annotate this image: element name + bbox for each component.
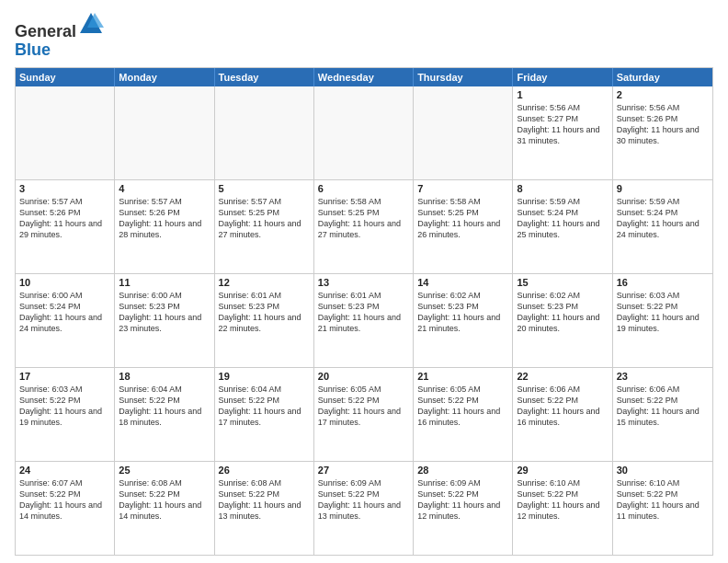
calendar-cell <box>16 86 115 179</box>
cell-info: Sunrise: 5:56 AM Sunset: 5:27 PM Dayligh… <box>517 102 608 147</box>
calendar-cell: 13Sunrise: 6:01 AM Sunset: 5:23 PM Dayli… <box>314 274 414 367</box>
calendar-cell: 8Sunrise: 5:59 AM Sunset: 5:24 PM Daylig… <box>513 180 612 273</box>
logo-icon <box>78 11 104 37</box>
day-number: 3 <box>19 183 110 194</box>
calendar-cell: 27Sunrise: 6:09 AM Sunset: 5:22 PM Dayli… <box>314 462 414 555</box>
cell-info: Sunrise: 6:10 AM Sunset: 5:22 PM Dayligh… <box>517 477 608 523</box>
day-number: 6 <box>318 183 409 194</box>
day-number: 20 <box>318 371 409 382</box>
calendar-cell: 12Sunrise: 6:01 AM Sunset: 5:23 PM Dayli… <box>215 274 314 367</box>
calendar-cell: 25Sunrise: 6:08 AM Sunset: 5:22 PM Dayli… <box>115 462 214 555</box>
calendar-cell: 2Sunrise: 5:56 AM Sunset: 5:26 PM Daylig… <box>613 86 712 179</box>
day-number: 5 <box>219 183 310 194</box>
weekday-header: Tuesday <box>215 68 314 86</box>
cell-info: Sunrise: 6:07 AM Sunset: 5:22 PM Dayligh… <box>19 477 110 523</box>
calendar-cell <box>414 86 513 179</box>
calendar-cell <box>115 86 214 179</box>
calendar-row: 17Sunrise: 6:03 AM Sunset: 5:22 PM Dayli… <box>16 367 712 461</box>
calendar-cell: 22Sunrise: 6:06 AM Sunset: 5:22 PM Dayli… <box>513 368 612 461</box>
calendar-cell: 20Sunrise: 6:05 AM Sunset: 5:22 PM Dayli… <box>314 368 414 461</box>
cell-info: Sunrise: 5:58 AM Sunset: 5:25 PM Dayligh… <box>318 196 409 241</box>
calendar-cell: 11Sunrise: 6:00 AM Sunset: 5:23 PM Dayli… <box>115 274 214 367</box>
logo-blue: Blue <box>15 40 51 59</box>
calendar-cell: 6Sunrise: 5:58 AM Sunset: 5:25 PM Daylig… <box>314 180 414 273</box>
logo-text: General Blue <box>15 11 104 60</box>
cell-info: Sunrise: 6:04 AM Sunset: 5:22 PM Dayligh… <box>119 384 210 429</box>
day-number: 16 <box>617 277 709 288</box>
day-number: 1 <box>517 89 608 100</box>
calendar-cell: 7Sunrise: 5:58 AM Sunset: 5:25 PM Daylig… <box>414 180 513 273</box>
logo: General Blue <box>15 11 104 60</box>
weekday-header: Monday <box>115 68 214 86</box>
day-number: 25 <box>119 465 210 476</box>
weekday-header: Wednesday <box>314 68 414 86</box>
day-number: 2 <box>617 89 709 100</box>
day-number: 9 <box>617 183 709 194</box>
cell-info: Sunrise: 5:59 AM Sunset: 5:24 PM Dayligh… <box>517 196 608 241</box>
calendar: SundayMondayTuesdayWednesdayThursdayFrid… <box>15 67 713 556</box>
calendar-cell: 3Sunrise: 5:57 AM Sunset: 5:26 PM Daylig… <box>16 180 115 273</box>
cell-info: Sunrise: 5:57 AM Sunset: 5:26 PM Dayligh… <box>119 196 210 241</box>
page: General Blue SundayMondayTuesdayWednesda… <box>0 0 728 563</box>
calendar-cell: 9Sunrise: 5:59 AM Sunset: 5:24 PM Daylig… <box>613 180 712 273</box>
cell-info: Sunrise: 5:56 AM Sunset: 5:26 PM Dayligh… <box>617 102 709 147</box>
cell-info: Sunrise: 6:10 AM Sunset: 5:22 PM Dayligh… <box>617 477 709 523</box>
cell-info: Sunrise: 6:03 AM Sunset: 5:22 PM Dayligh… <box>617 290 709 335</box>
day-number: 8 <box>517 183 608 194</box>
calendar-cell: 24Sunrise: 6:07 AM Sunset: 5:22 PM Dayli… <box>16 462 115 555</box>
calendar-row: 10Sunrise: 6:00 AM Sunset: 5:24 PM Dayli… <box>16 273 712 367</box>
calendar-cell: 5Sunrise: 5:57 AM Sunset: 5:25 PM Daylig… <box>215 180 314 273</box>
calendar-row: 3Sunrise: 5:57 AM Sunset: 5:26 PM Daylig… <box>16 179 712 273</box>
calendar-cell: 28Sunrise: 6:09 AM Sunset: 5:22 PM Dayli… <box>414 462 513 555</box>
day-number: 26 <box>219 465 310 476</box>
day-number: 29 <box>517 465 608 476</box>
calendar-cell: 4Sunrise: 5:57 AM Sunset: 5:26 PM Daylig… <box>115 180 214 273</box>
weekday-header: Sunday <box>16 68 115 86</box>
calendar-cell: 10Sunrise: 6:00 AM Sunset: 5:24 PM Dayli… <box>16 274 115 367</box>
calendar-header: SundayMondayTuesdayWednesdayThursdayFrid… <box>16 68 712 86</box>
weekday-header: Friday <box>513 68 612 86</box>
cell-info: Sunrise: 6:08 AM Sunset: 5:22 PM Dayligh… <box>119 477 210 523</box>
cell-info: Sunrise: 5:58 AM Sunset: 5:25 PM Dayligh… <box>417 196 508 241</box>
day-number: 7 <box>417 183 508 194</box>
cell-info: Sunrise: 5:57 AM Sunset: 5:26 PM Dayligh… <box>19 196 110 241</box>
cell-info: Sunrise: 6:00 AM Sunset: 5:23 PM Dayligh… <box>119 290 210 335</box>
calendar-cell: 18Sunrise: 6:04 AM Sunset: 5:22 PM Dayli… <box>115 368 214 461</box>
calendar-cell: 14Sunrise: 6:02 AM Sunset: 5:23 PM Dayli… <box>414 274 513 367</box>
cell-info: Sunrise: 6:00 AM Sunset: 5:24 PM Dayligh… <box>19 290 110 335</box>
cell-info: Sunrise: 6:05 AM Sunset: 5:22 PM Dayligh… <box>417 384 508 429</box>
day-number: 21 <box>417 371 508 382</box>
cell-info: Sunrise: 6:09 AM Sunset: 5:22 PM Dayligh… <box>318 477 409 523</box>
logo-general: General <box>15 22 76 40</box>
calendar-cell <box>314 86 414 179</box>
day-number: 14 <box>417 277 508 288</box>
day-number: 22 <box>517 371 608 382</box>
calendar-cell: 16Sunrise: 6:03 AM Sunset: 5:22 PM Dayli… <box>613 274 712 367</box>
cell-info: Sunrise: 6:01 AM Sunset: 5:23 PM Dayligh… <box>219 290 310 335</box>
calendar-cell: 15Sunrise: 6:02 AM Sunset: 5:23 PM Dayli… <box>513 274 612 367</box>
calendar-cell: 1Sunrise: 5:56 AM Sunset: 5:27 PM Daylig… <box>513 86 612 179</box>
day-number: 17 <box>19 371 110 382</box>
day-number: 24 <box>19 465 110 476</box>
calendar-cell: 19Sunrise: 6:04 AM Sunset: 5:22 PM Dayli… <box>215 368 314 461</box>
day-number: 13 <box>318 277 409 288</box>
cell-info: Sunrise: 6:02 AM Sunset: 5:23 PM Dayligh… <box>417 290 508 335</box>
calendar-cell: 29Sunrise: 6:10 AM Sunset: 5:22 PM Dayli… <box>513 462 612 555</box>
cell-info: Sunrise: 6:03 AM Sunset: 5:22 PM Dayligh… <box>19 384 110 429</box>
calendar-cell <box>215 86 314 179</box>
day-number: 23 <box>617 371 709 382</box>
cell-info: Sunrise: 5:57 AM Sunset: 5:25 PM Dayligh… <box>219 196 310 241</box>
weekday-header: Saturday <box>613 68 712 86</box>
cell-info: Sunrise: 6:01 AM Sunset: 5:23 PM Dayligh… <box>318 290 409 335</box>
day-number: 4 <box>119 183 210 194</box>
cell-info: Sunrise: 6:09 AM Sunset: 5:22 PM Dayligh… <box>417 477 508 523</box>
cell-info: Sunrise: 6:08 AM Sunset: 5:22 PM Dayligh… <box>219 477 310 523</box>
calendar-cell: 26Sunrise: 6:08 AM Sunset: 5:22 PM Dayli… <box>215 462 314 555</box>
calendar-body: 1Sunrise: 5:56 AM Sunset: 5:27 PM Daylig… <box>16 86 712 555</box>
day-number: 12 <box>219 277 310 288</box>
day-number: 10 <box>19 277 110 288</box>
calendar-cell: 17Sunrise: 6:03 AM Sunset: 5:22 PM Dayli… <box>16 368 115 461</box>
calendar-cell: 23Sunrise: 6:06 AM Sunset: 5:22 PM Dayli… <box>613 368 712 461</box>
cell-info: Sunrise: 6:06 AM Sunset: 5:22 PM Dayligh… <box>517 384 608 429</box>
cell-info: Sunrise: 5:59 AM Sunset: 5:24 PM Dayligh… <box>617 196 709 241</box>
